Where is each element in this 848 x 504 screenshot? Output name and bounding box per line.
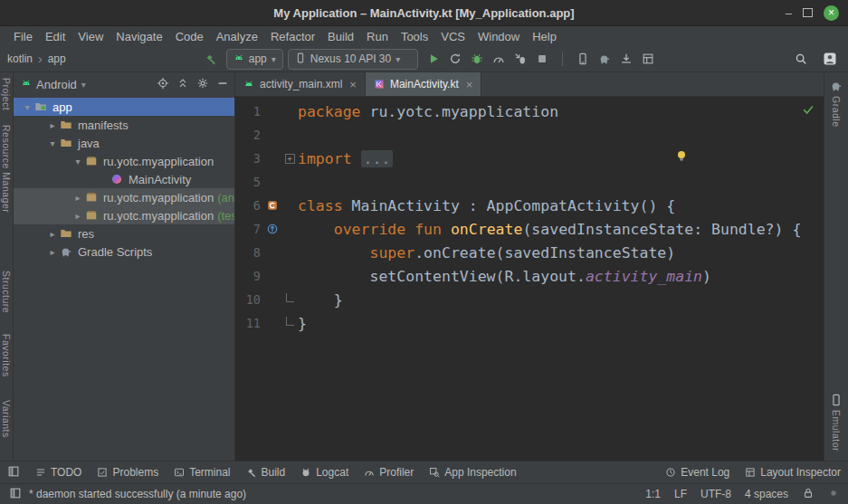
bottom-tool-bar: TODOProblemsTerminalBuildLogcatProfilerA… bbox=[0, 461, 848, 483]
tool-stripe-favorites[interactable]: Favorites bbox=[1, 334, 12, 377]
tool-stripe-emulator[interactable]: Emulator bbox=[831, 410, 842, 452]
line-number: 7 bbox=[235, 222, 261, 236]
menu-refactor[interactable]: Refactor bbox=[264, 30, 321, 43]
menu-vcs[interactable]: VCS bbox=[434, 30, 472, 43]
tool-button-logcat[interactable]: Logcat bbox=[300, 466, 348, 479]
tool-button-app-inspection[interactable]: App Inspection bbox=[429, 466, 516, 479]
tool-button-layout-inspector[interactable]: Layout Inspector bbox=[745, 466, 841, 479]
avatar-button[interactable] bbox=[819, 49, 841, 69]
file-encoding[interactable]: UTF-8 bbox=[700, 488, 731, 500]
phone-icon bbox=[295, 52, 306, 63]
switcher-icon bbox=[9, 487, 22, 499]
tree-item-ru-yotc-myapplication-test[interactable]: ▸ru.yotc.myapplication(test) bbox=[14, 206, 234, 224]
tree-item-java[interactable]: ▾java bbox=[14, 134, 234, 152]
close-tab-icon[interactable]: × bbox=[349, 78, 357, 91]
editor-tab-activity-main-xml[interactable]: activity_main.xml× bbox=[235, 72, 366, 96]
tool-button-profiler[interactable]: Profiler bbox=[364, 466, 414, 479]
hide-button[interactable] bbox=[216, 77, 229, 92]
project-view-select[interactable]: Android bbox=[36, 78, 77, 91]
menu-build[interactable]: Build bbox=[321, 30, 360, 43]
readonly-lock-button[interactable] bbox=[802, 490, 815, 502]
breadcrumb-module[interactable]: kotlin bbox=[7, 52, 33, 65]
tool-button-todo[interactable]: TODO bbox=[35, 466, 81, 479]
minimize-button[interactable]: – bbox=[786, 7, 792, 19]
locate-button[interactable] bbox=[157, 77, 169, 92]
chevron-right-icon[interactable]: ▸ bbox=[71, 211, 84, 221]
run-button[interactable] bbox=[423, 49, 444, 69]
intention-bulb-icon[interactable] bbox=[675, 148, 688, 166]
close-button[interactable]: × bbox=[824, 5, 839, 21]
indent-setting[interactable]: 4 spaces bbox=[745, 488, 788, 500]
tree-item-mainactivity[interactable]: MainActivity bbox=[14, 170, 234, 188]
collapse-all-icon bbox=[176, 77, 189, 90]
settings-icon bbox=[196, 77, 209, 90]
apply-changes-button[interactable] bbox=[444, 49, 466, 69]
code-editor[interactable]: 1package ru.yotc.myapplication23+import … bbox=[235, 97, 824, 461]
close-tab-icon[interactable]: × bbox=[466, 78, 473, 91]
chevron-right-icon[interactable]: ▸ bbox=[46, 247, 59, 257]
chevron-right-icon[interactable]: ▸ bbox=[71, 193, 84, 203]
chevron-right-icon[interactable]: ▸ bbox=[46, 120, 59, 130]
tool-button-problems[interactable]: Problems bbox=[97, 466, 158, 479]
tool-stripe-resource-manager[interactable]: Resource Manager bbox=[1, 125, 12, 213]
device-select[interactable]: Nexus 10 API 30 ▾ bbox=[288, 49, 418, 70]
settings-button[interactable] bbox=[196, 77, 209, 92]
profile-button[interactable] bbox=[488, 49, 510, 69]
tree-item-gradle-scripts[interactable]: ▸Gradle Scripts bbox=[14, 242, 234, 261]
sync-project-button[interactable] bbox=[594, 49, 615, 69]
editor-tab-mainactivity-kt[interactable]: MainActivity.kt× bbox=[366, 72, 481, 96]
breadcrumb-item[interactable]: app bbox=[48, 52, 66, 65]
tool-button-build[interactable]: Build bbox=[246, 466, 286, 479]
tool-window-switcher-button[interactable] bbox=[9, 490, 22, 502]
menu-code[interactable]: Code bbox=[169, 30, 210, 43]
gradle-elephant-icon[interactable] bbox=[830, 80, 843, 92]
build-hammer-button[interactable] bbox=[200, 49, 222, 69]
fold-expand-icon[interactable]: + bbox=[285, 154, 295, 164]
tree-item-manifests[interactable]: ▸manifests bbox=[14, 116, 234, 134]
tool-stripe-structure[interactable]: Structure bbox=[1, 271, 12, 313]
tool-window-switcher-button[interactable] bbox=[7, 465, 20, 480]
class-marker-icon[interactable] bbox=[266, 199, 279, 212]
tool-stripe-gradle[interactable]: Gradle bbox=[831, 96, 842, 128]
layout-inspector-button[interactable] bbox=[637, 49, 659, 69]
sdk-manager-button[interactable] bbox=[615, 49, 637, 69]
phone-icon[interactable] bbox=[830, 394, 843, 406]
run-config-select[interactable]: app ▾ bbox=[226, 49, 283, 70]
menu-analyze[interactable]: Analyze bbox=[210, 30, 264, 43]
collapse-all-button[interactable] bbox=[176, 77, 189, 92]
menu-view[interactable]: View bbox=[71, 30, 110, 43]
title-bar[interactable]: My Application – MainActivity.kt [My_App… bbox=[0, 0, 848, 26]
menu-window[interactable]: Window bbox=[472, 30, 526, 43]
chevron-down-icon[interactable]: ▾ bbox=[71, 157, 84, 166]
inspection-status-icon[interactable] bbox=[802, 102, 815, 119]
problems-icon bbox=[97, 467, 108, 478]
debug-button[interactable] bbox=[466, 49, 488, 69]
device-manager-button[interactable] bbox=[572, 49, 594, 69]
tool-stripe-project[interactable]: Project bbox=[1, 78, 12, 110]
menu-help[interactable]: Help bbox=[526, 30, 563, 43]
tool-button-terminal[interactable]: Terminal bbox=[174, 466, 230, 479]
stop-button[interactable] bbox=[531, 49, 553, 69]
menu-navigate[interactable]: Navigate bbox=[110, 30, 168, 43]
tree-item-ru-yotc-myapplication-androidtest[interactable]: ▸ru.yotc.myapplication(androidTest) bbox=[14, 188, 234, 206]
chevron-right-icon[interactable]: ▸ bbox=[46, 229, 59, 239]
tree-item-res[interactable]: ▸res bbox=[14, 224, 234, 242]
tree-item-app[interactable]: ▾app bbox=[14, 98, 234, 116]
line-separator[interactable]: LF bbox=[674, 488, 687, 500]
chevron-down-icon[interactable]: ▾ bbox=[46, 138, 59, 148]
search-button[interactable] bbox=[790, 49, 812, 69]
menu-run[interactable]: Run bbox=[360, 30, 395, 43]
menu-tools[interactable]: Tools bbox=[395, 30, 434, 43]
menu-edit[interactable]: Edit bbox=[39, 30, 71, 43]
tool-stripe-variants[interactable]: Variants bbox=[1, 400, 12, 438]
menu-file[interactable]: File bbox=[7, 30, 39, 43]
code-text: package ru.yotc.myapplication bbox=[298, 103, 558, 120]
attach-debugger-button[interactable] bbox=[510, 49, 531, 69]
caret-position[interactable]: 1:1 bbox=[645, 488, 661, 500]
tool-button-event-log[interactable]: Event Log bbox=[665, 466, 729, 479]
chevron-down-icon[interactable]: ▾ bbox=[21, 102, 33, 112]
maximize-button[interactable] bbox=[803, 8, 813, 17]
override-marker-icon[interactable] bbox=[266, 223, 279, 235]
code-line: 11} bbox=[235, 311, 824, 335]
tree-item-ru-yotc-myapplication[interactable]: ▾ru.yotc.myapplication bbox=[14, 152, 234, 170]
